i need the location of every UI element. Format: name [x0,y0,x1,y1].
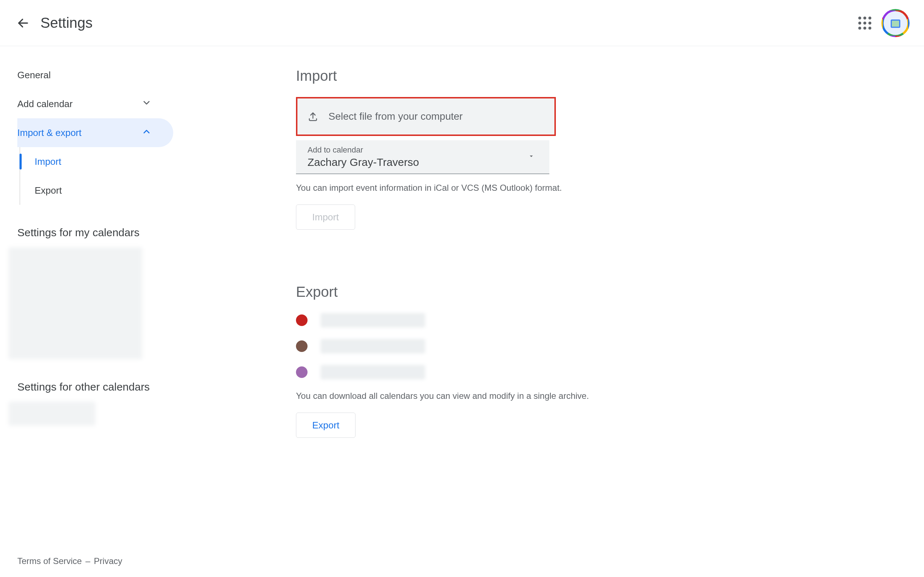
dropdown-label: Add to calendar [307,145,539,155]
sidebar-subitem-export[interactable]: Export [20,176,173,205]
export-section-title: Export [296,284,924,300]
sidebar-section-my-calendars: Settings for my calendars [17,226,173,239]
back-button[interactable] [15,15,32,32]
calendar-color-dot [296,366,307,378]
svg-rect-2 [892,21,899,27]
terms-link[interactable]: Terms of Service [17,556,82,566]
upload-icon [307,111,318,122]
import-button[interactable]: Import [296,205,355,230]
privacy-link[interactable]: Privacy [94,556,122,566]
footer-sep: – [86,556,90,566]
header: Settings [0,0,924,46]
sidebar-item-import-export[interactable]: Import & export [17,118,173,147]
google-apps-button[interactable] [858,16,871,29]
chevron-up-icon [142,127,152,139]
export-calendar-row [296,365,924,379]
dropdown-value: Zachary Gray-Traverso [307,156,539,168]
calendar-color-dot [296,340,307,352]
button-label: Export [312,420,339,431]
sidebar-sublabel: Import [35,156,61,167]
account-avatar[interactable] [881,9,909,37]
select-file-label: Select file from your computer [328,111,463,122]
button-label: Import [312,212,339,223]
import-section-title: Import [296,68,924,84]
redacted-calendar-name [320,365,425,379]
sidebar: General Add calendar Import & export Imp… [0,46,173,577]
arrow-left-icon [16,16,30,29]
add-to-calendar-dropdown[interactable]: Add to calendar Zachary Gray-Traverso [296,140,549,174]
sidebar-sublabel: Export [35,185,62,196]
redacted-calendar-name [320,313,425,327]
export-calendar-row [296,339,924,353]
sidebar-label: Add calendar [17,98,73,110]
sidebar-subitems: Import Export [19,147,173,205]
import-help-text: You can import event information in iCal… [296,183,924,193]
redacted-block [9,402,95,425]
export-button[interactable]: Export [296,413,355,438]
chevron-down-icon [142,98,152,110]
main-content: Import Select file from your computer Ad… [173,46,924,577]
sidebar-item-add-calendar[interactable]: Add calendar [17,89,173,118]
sidebar-label: Import & export [17,127,82,139]
select-file-button[interactable]: Select file from your computer [296,97,556,136]
caret-down-icon [528,153,535,161]
page-title: Settings [40,15,93,31]
footer: Terms of Service – Privacy [17,556,122,566]
sidebar-item-general[interactable]: General [17,61,173,89]
avatar-icon [888,16,903,30]
sidebar-label: General [17,69,51,81]
sidebar-subitem-import[interactable]: Import [20,147,173,176]
export-calendar-list [296,313,924,379]
redacted-block [9,247,142,359]
sidebar-section-other-calendars: Settings for other calendars [17,381,173,393]
export-calendar-row [296,313,924,327]
redacted-calendar-name [320,339,425,353]
calendar-color-dot [296,314,307,326]
export-help-text: You can download all calendars you can v… [296,391,924,401]
